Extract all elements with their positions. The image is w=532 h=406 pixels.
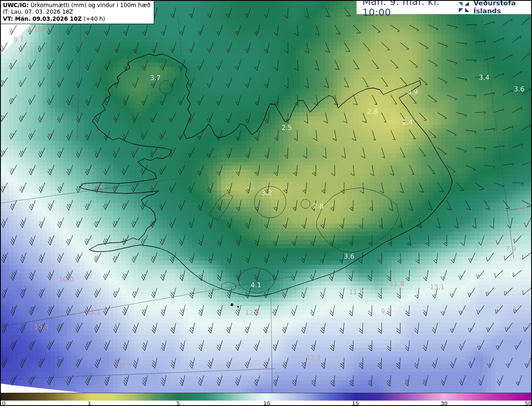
logo-triangle (459, 8, 463, 12)
wind-speed-label: 10.4 (34, 26, 49, 34)
logo-triangle (458, 2, 463, 6)
wind-speed-label: 10.0 (59, 275, 74, 283)
map-overlay: 3.73.43.64.92.82.42.53.22.83.64.110.48.1… (1, 1, 532, 393)
colorbar-tick: 30 (441, 400, 448, 406)
wind-speed-label: 7.9 (505, 245, 516, 253)
wind-speed-label: 13.4 (34, 323, 49, 331)
wind-speed-label: 10.7 (116, 362, 131, 370)
precipitation-colorbar (1, 393, 532, 401)
domain-edge-wedge-bottomleft (1, 384, 86, 393)
colorbar-tick: 0 (2, 400, 5, 406)
colorbar-tick: 50 (525, 400, 532, 406)
wind-speed-label: 9.1 (381, 307, 391, 315)
wind-speed-label: 13.1 (430, 283, 445, 291)
colorbar-tick: 1 (88, 400, 91, 406)
wind-speed-label: 12.5 (245, 309, 260, 317)
product-id: UWC/IG: (3, 2, 29, 8)
precip-max-label: 3.4 (479, 73, 489, 81)
colorbar-tick: 10 (264, 400, 271, 406)
colorbar-tick: 5 (177, 400, 180, 406)
logo-triangle (465, 2, 469, 6)
wind-speed-label: 11.8 (349, 288, 364, 296)
product-header-box: UWC/IG: Úrkomumætti (mm) og vindur i 100… (0, 0, 154, 24)
precip-max-label: 2.5 (281, 124, 292, 132)
valid-date-box: Mán. 9. mar. kl. 10:00 Veðurstofa Ísland… (357, 0, 532, 14)
product-title: Úrkomumætti (mm) og vindur i 100m hæð (29, 2, 150, 8)
product-title-line: UWC/IG: Úrkomumætti (mm) og vindur i 100… (3, 2, 150, 8)
valid-time-line: VT: Mán. 09.03.2026 10Z (+40 h) (3, 15, 150, 22)
weather-map-frame: 3.73.43.64.92.82.42.53.22.83.64.110.48.1… (0, 0, 532, 406)
logo-triangle (465, 8, 469, 12)
precip-max-label: 2.4 (402, 118, 413, 126)
init-time-line: IT: Lau. 07. 03. 2026 18Z (3, 8, 150, 15)
precip-max-label: 4.1 (251, 281, 261, 289)
graticule-lines (1, 17, 532, 393)
precip-max-label: 3.6 (344, 252, 354, 260)
vedurstofa-logo-icon (457, 1, 471, 13)
precip-max-label: 3.6 (514, 85, 524, 93)
precip-max-label: 2.8 (313, 202, 323, 210)
wind-speed-label: 13.1 (86, 308, 101, 316)
precip-max-label: 3.2 (261, 189, 272, 197)
colorbar-tick-labels: 01510153050 (1, 401, 532, 406)
wind-speed-label: 9.7 (518, 206, 529, 214)
wind-speed-label: 8.1 (13, 35, 24, 43)
iceland-coastline (80, 54, 452, 308)
precip-max-label: 4.9 (407, 88, 418, 96)
wind-speed-label: 11.8 (389, 280, 404, 288)
colorbar-tick: 15 (352, 400, 359, 406)
precip-max-label: 2.8 (367, 108, 377, 115)
valid-date-text: Mán. 9. mar. kl. 10:00 (362, 0, 451, 18)
wind-speed-label: 5.6 (94, 183, 104, 191)
precip-max-label: 3.7 (150, 74, 160, 82)
wind-speed-label: 12.3 (306, 354, 321, 362)
brand-text: Veðurstofa Íslands (473, 0, 532, 15)
